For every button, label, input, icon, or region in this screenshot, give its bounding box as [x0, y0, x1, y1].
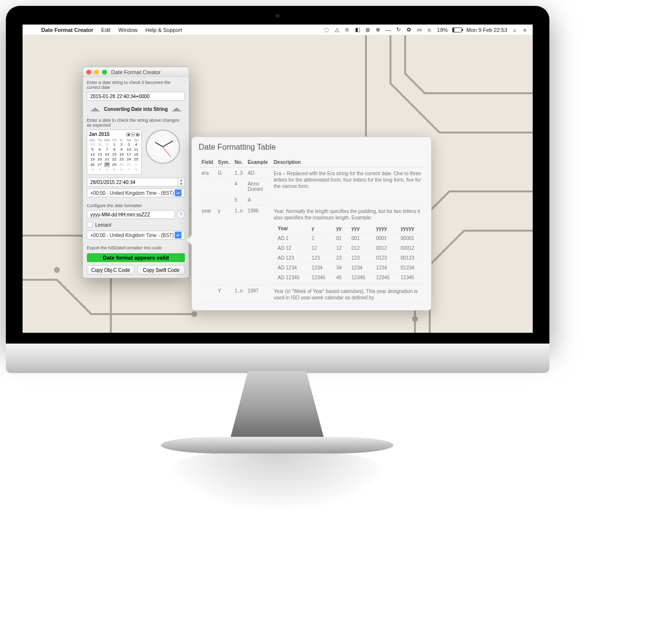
col-sym: Sym. — [216, 158, 232, 167]
col-field: Field — [200, 158, 215, 167]
menubar-cloud-icon[interactable]: ◌ — [324, 27, 330, 33]
date-stepper[interactable]: ▲▼ — [178, 178, 185, 187]
col-description: Description — [272, 158, 423, 167]
cell-description: Year. Normally the length specifies the … — [272, 206, 423, 285]
calendar-day[interactable]: 1 — [111, 142, 118, 147]
format-help-button[interactable]: ? — [177, 210, 185, 219]
apple-menu-icon[interactable] — [27, 27, 33, 33]
cell-no: 1..3 — [233, 168, 245, 178]
calendar-day[interactable]: 7 — [103, 147, 111, 152]
menubar-globe-icon[interactable]: ⊕ — [375, 27, 381, 33]
menubar-extra-icon[interactable]: ◧ — [355, 27, 361, 33]
col-no: No. — [233, 158, 245, 167]
cell-description: Era – Replaced with the Era string for t… — [272, 168, 423, 205]
calendar-prev-button[interactable]: ◀ — [126, 133, 130, 136]
svg-point-1 — [412, 316, 418, 322]
calendar-day[interactable]: 31 — [103, 142, 111, 147]
menubar-extra-icon-3[interactable]: — — [386, 27, 391, 33]
check-string-label: Enter a date string to check it becomes … — [87, 80, 185, 90]
menubar-cloud-icon-2[interactable]: △ — [334, 27, 340, 33]
notification-center-icon[interactable]: ≡ — [522, 27, 528, 33]
calendar-day[interactable]: 21 — [103, 157, 111, 162]
menubar-sync-icon[interactable]: ↻ — [396, 27, 402, 33]
calendar-day[interactable]: 12 — [89, 152, 96, 157]
calendar-day[interactable]: 8 — [111, 147, 118, 152]
menu-edit[interactable]: Edit — [101, 27, 110, 33]
menu-help[interactable]: Help & Support — [145, 27, 182, 33]
calendar-day[interactable]: 30 — [118, 162, 125, 167]
menubar-gear-icon[interactable]: ✿ — [406, 27, 412, 33]
date-picker-calendar[interactable]: Jan 2015 ◀ ● ▶ MoTuWeThFrSaSu29303112345… — [87, 130, 142, 175]
calendar-day[interactable]: 14 — [103, 152, 111, 157]
calendar-day[interactable]: 13 — [96, 152, 103, 157]
calendar-day[interactable]: 26 — [89, 162, 96, 167]
calendar-today-button[interactable]: ● — [131, 133, 135, 136]
spotlight-icon[interactable]: ⌕ — [512, 27, 517, 33]
calendar-day[interactable]: 31 — [125, 162, 132, 167]
calendar-day[interactable]: 4 — [132, 142, 140, 147]
chevron-down-icon: ▴▾ — [175, 189, 181, 196]
cell-sym: y — [216, 206, 232, 285]
calendar-day[interactable]: 23 — [118, 157, 125, 162]
calendar-day[interactable]: 28 — [103, 162, 111, 167]
calendar-day[interactable]: 20 — [96, 157, 103, 162]
calendar-day[interactable]: 22 — [111, 157, 118, 162]
validation-status: Date format appears valid — [87, 253, 185, 262]
cell-field: year — [200, 206, 215, 285]
calendar-day[interactable]: 3 — [96, 167, 103, 172]
date-value-field[interactable] — [87, 178, 178, 187]
menu-window[interactable]: Window — [118, 27, 137, 33]
svg-point-3 — [191, 311, 197, 317]
calendar-month: Jan 2015 — [89, 132, 109, 137]
menubar-wifi-icon[interactable]: ⎋ — [427, 27, 433, 33]
format-string-input[interactable] — [87, 210, 175, 219]
calendar-day[interactable]: 17 — [125, 152, 132, 157]
calendar-day[interactable]: 27 — [96, 162, 103, 167]
calendar-day[interactable]: 18 — [132, 152, 140, 157]
calendar-day[interactable]: 30 — [96, 142, 103, 147]
export-label: Export the NSDateFormatter into code — [87, 245, 185, 250]
calendar-day[interactable]: 2 — [118, 142, 125, 147]
check-string-input[interactable] — [87, 92, 185, 101]
calendar-day[interactable]: 29 — [111, 162, 118, 167]
menubar-datetime[interactable]: Mon 9 Feb 22:53 — [466, 27, 507, 33]
copy-swift-button[interactable]: Copy Swift Code — [137, 265, 185, 275]
battery-icon[interactable] — [452, 27, 462, 32]
calendar-day[interactable]: 8 — [132, 167, 140, 172]
calendar-day[interactable]: 4 — [103, 167, 111, 172]
calendar-day[interactable]: 9 — [118, 147, 125, 152]
calendar-day[interactable]: 5 — [111, 167, 118, 172]
calendar-next-button[interactable]: ▶ — [136, 133, 140, 136]
calendar-day[interactable]: 29 — [89, 142, 96, 147]
calendar-day[interactable]: 11 — [132, 147, 140, 152]
timezone-select-1[interactable]: +00:00 - United Kingdom Time - (BST) ▴▾ — [87, 188, 185, 197]
menubar-dropbox-icon[interactable]: ⧈ — [344, 27, 350, 33]
converting-divider: Converting Date into String — [83, 107, 189, 112]
calendar-day[interactable]: 6 — [96, 147, 103, 152]
calendar-day[interactable]: 7 — [125, 167, 132, 172]
window-titlebar[interactable]: Date Format Creator — [83, 67, 189, 77]
cell-example: 1997 — [246, 286, 271, 303]
enter-date-label: Enter a date to check the string above c… — [87, 118, 185, 128]
menubar-display-icon[interactable]: ▭ — [416, 27, 422, 33]
calendar-day[interactable]: 5 — [89, 147, 96, 152]
calendar-day[interactable]: 1 — [132, 162, 140, 167]
popover-title: Date Formatting Table — [199, 143, 424, 152]
calendar-day[interactable]: 10 — [125, 147, 132, 152]
formatting-table: Field Sym. No. Example Description eraG1… — [199, 157, 424, 304]
lenient-checkbox[interactable] — [87, 222, 93, 228]
menubar-extra-icon-2[interactable]: ◍ — [365, 27, 371, 33]
calendar-day[interactable]: 19 — [89, 157, 96, 162]
calendar-day[interactable]: 3 — [125, 142, 132, 147]
calendar-day[interactable]: 25 — [132, 157, 140, 162]
timezone-select-2[interactable]: +00:00 - United Kingdom Time - (BST) ▴▾ — [87, 231, 185, 240]
chevron-down-icon: ▴▾ — [175, 232, 181, 239]
calendar-day[interactable]: 15 — [111, 152, 118, 157]
time-picker-clock[interactable] — [146, 130, 180, 164]
calendar-day[interactable]: 16 — [118, 152, 125, 157]
calendar-day[interactable]: 24 — [125, 157, 132, 162]
copy-objc-button[interactable]: Copy Obj-C Code — [87, 265, 134, 275]
calendar-day[interactable]: 2 — [89, 167, 96, 172]
app-name[interactable]: Date Format Creator — [41, 27, 93, 33]
calendar-day[interactable]: 6 — [118, 167, 125, 172]
